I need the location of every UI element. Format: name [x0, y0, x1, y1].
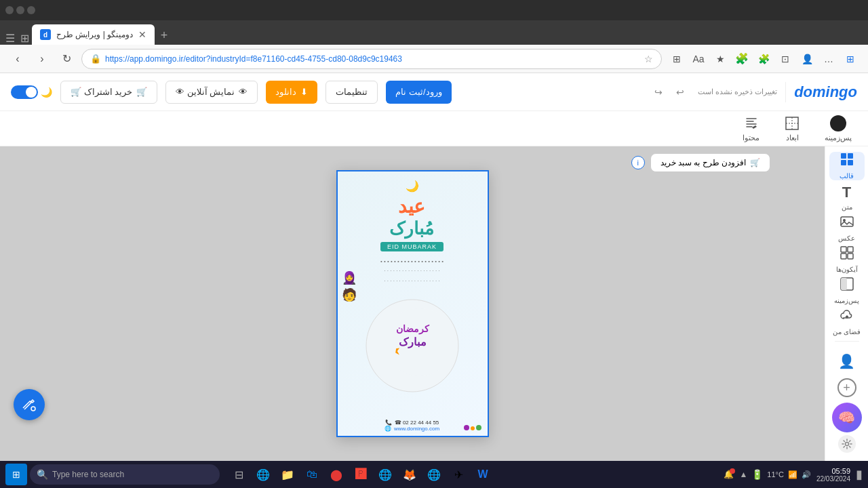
header-divider [785, 82, 786, 102]
tab-overview-icon[interactable]: ⊞ [20, 32, 29, 45]
add-to-cart-btn[interactable]: 🛒 افزودن طرح به سبد خرید [650, 153, 770, 172]
collections-icon[interactable]: 🧩 [732, 49, 751, 68]
taskbar-app-word[interactable]: W [472, 464, 494, 485]
image-label: عکس [838, 235, 855, 242]
active-tab[interactable]: d دومینگو | ویرایش طرح ✕ [32, 24, 155, 45]
browser-max-btn[interactable] [16, 6, 24, 14]
ai-brain-btn[interactable]: 🧠 [832, 403, 862, 432]
fab-btn[interactable] [14, 389, 45, 420]
crescent-area: كرمضان مبارک [358, 291, 467, 400]
profile-icon[interactable]: 👤 [797, 49, 816, 68]
redo-btn[interactable]: ↪ [649, 83, 668, 102]
taskbar-app-firefox[interactable]: 🦊 [399, 464, 420, 485]
unsaved-badge: تغییرات ذخیره نشده است [698, 87, 777, 96]
url-text: https://app.domingo.ir/editor?industryId… [105, 54, 640, 64]
svg-rect-35 [848, 160, 853, 165]
split-view-icon[interactable]: ⊞ [667, 49, 686, 68]
tray-up-arrow[interactable]: ▲ [739, 470, 747, 479]
info-btn[interactable]: i [631, 156, 645, 169]
undo-btn[interactable]: ↩ [671, 83, 690, 102]
svg-rect-38 [841, 247, 846, 252]
taskbar-app-browser2[interactable]: 🌐 [423, 464, 445, 485]
taskbar-search-icon: 🔍 [37, 469, 48, 480]
bg-sidebar-label: پس‌زمینه [834, 297, 859, 304]
sidebar-item-template[interactable]: قالب [829, 152, 865, 180]
sidebar-item-cloud[interactable]: فضای من [829, 307, 865, 336]
tool-background[interactable]: پس‌زمینه [819, 113, 857, 145]
taskbar-app-chrome[interactable]: 🌐 [374, 464, 396, 485]
split-screen-icon[interactable]: ⊡ [776, 49, 795, 68]
preview-btn[interactable]: 👁 نمایش آنلاین 👁 [165, 81, 258, 104]
taskbar-search-bar[interactable]: 🔍 Type here to search [30, 464, 220, 485]
new-tab-btn[interactable]: + [155, 26, 174, 45]
taskbar-app-parking[interactable]: 🅿 [350, 464, 372, 485]
footer-site: 🌐www.domingo.com [343, 426, 481, 432]
taskbar-clock[interactable]: 05:59 22/03/2024 [816, 467, 850, 483]
clock-time: 05:59 [816, 467, 850, 475]
decorative-dots [464, 424, 481, 430]
crescent-svg: كرمضان مبارک [358, 291, 467, 400]
sidebar-item-image[interactable]: عکس [829, 214, 865, 243]
taskbar-app-task-view[interactable]: ⊟ [228, 464, 250, 485]
svg-rect-43 [841, 278, 847, 290]
sidebar-item-icons[interactable]: آیکون‌ها [829, 245, 865, 274]
text-icon: T [842, 184, 851, 201]
taskbar-app-edge[interactable]: 🌐 [252, 464, 274, 485]
tab-close-btn[interactable]: ✕ [138, 29, 146, 40]
clock-date: 22/03/2024 [816, 475, 850, 483]
icons-icon [840, 245, 854, 264]
settings-btn[interactable]: تنظیمات [326, 81, 378, 104]
tool-content[interactable]: محتوا [737, 113, 765, 145]
sidebar-divider [835, 341, 859, 342]
forward-btn[interactable]: › [33, 49, 52, 68]
gear-icon [842, 439, 852, 449]
notification-indicator[interactable]: 🔔 [724, 470, 734, 479]
tool-dimensions[interactable]: ابعاد [778, 113, 806, 145]
sidebar-add-btn[interactable]: + [837, 378, 856, 397]
download-btn[interactable]: ⬇ دانلود [266, 81, 317, 104]
eid-band: EID MUBARAK [380, 242, 443, 251]
taskbar-app-telegram[interactable]: ✈ [448, 464, 469, 485]
favorites-icon[interactable]: ★ [711, 49, 730, 68]
eid-line2: مُبارک [380, 218, 443, 239]
design-card: domingodomingodomingo domingodomingodomi… [336, 170, 489, 437]
canvas-area: i 🛒 افزودن طرح به سبد خرید domingodoming… [0, 146, 825, 461]
share-btn[interactable]: 🛒 خرید اشتراک 🛒 [60, 81, 157, 104]
bg-sidebar-icon [840, 277, 854, 295]
extensions-icon[interactable]: 🧩 [754, 49, 773, 68]
edge-icon[interactable]: ⊞ [841, 49, 860, 68]
address-bar: ‹ › ↻ 🔒 https://app.domingo.ir/editor?in… [0, 45, 868, 73]
add-to-cart-area: i 🛒 افزودن طرح به سبد خرید [631, 153, 770, 172]
taskbar-app-store[interactable]: 🛍 [301, 464, 323, 485]
svg-rect-32 [841, 153, 846, 159]
browser-chrome [0, 0, 868, 20]
refresh-btn[interactable]: ↻ [57, 49, 76, 68]
sidebar-toggle-icon[interactable]: ☰ [5, 32, 15, 45]
svg-rect-33 [848, 153, 853, 159]
sidebar-item-text[interactable]: T متن [829, 183, 865, 211]
show-desktop-btn[interactable]: ▮ [856, 467, 863, 482]
browser-close-btn[interactable] [27, 6, 35, 14]
taskbar-app-explorer[interactable]: 📁 [277, 464, 298, 485]
start-btn[interactable]: ⊞ [5, 464, 27, 485]
footer-phone: 📞☎ 02 22 44 44 55 [343, 420, 481, 426]
url-star-icon[interactable]: ☆ [644, 54, 653, 64]
browser-min-btn[interactable] [5, 6, 14, 14]
sidebar-item-avatar[interactable]: 👤 [829, 347, 865, 375]
sidebar-item-bg[interactable]: پس‌زمینه [829, 277, 865, 305]
read-mode-icon[interactable]: Aa [689, 49, 708, 68]
taskbar-app-red[interactable]: ⬤ [326, 464, 347, 485]
tab-bar: ☰ ⊞ d دومینگو | ویرایش طرح ✕ + [0, 20, 868, 45]
dark-mode-toggle[interactable]: 🌙 [11, 85, 52, 99]
svg-rect-34 [841, 160, 846, 165]
taskbar-search-text: Type here to search [52, 470, 124, 479]
poster: domingodomingodomingo domingodomingodomi… [338, 171, 487, 436]
login-btn[interactable]: ورود/ثبت نام [386, 81, 451, 104]
more-btn[interactable]: … [819, 49, 838, 68]
url-bar[interactable]: 🔒 https://app.domingo.ir/editor?industry… [81, 49, 662, 69]
back-btn[interactable]: ‹ [8, 49, 27, 68]
sidebar-settings-btn[interactable] [838, 435, 856, 453]
svg-rect-41 [848, 253, 853, 259]
taskbar: ⊞ 🔍 Type here to search ⊟ 🌐 📁 🛍 ⬤ 🅿 🌐 🦊 … [0, 461, 868, 488]
browser-toolbar-icons: ⊞ Aa ★ 🧩 🧩 ⊡ 👤 … ⊞ [667, 49, 860, 68]
